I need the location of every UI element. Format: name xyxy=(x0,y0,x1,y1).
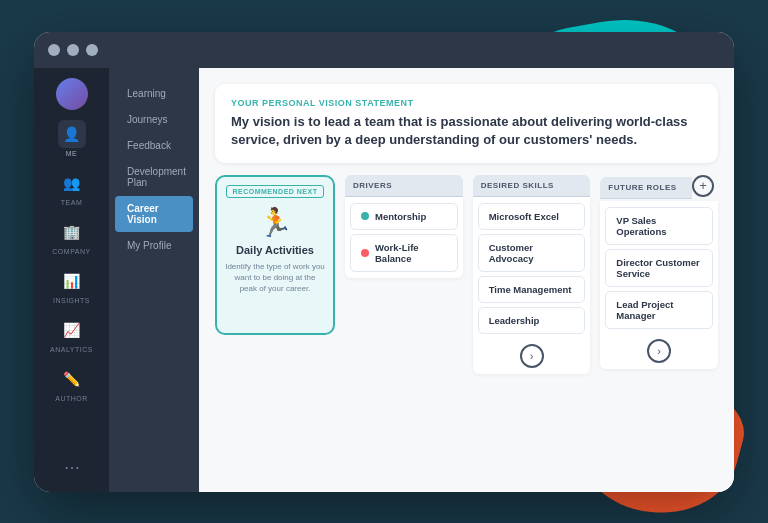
nav-item-development-plan[interactable]: Development Plan xyxy=(115,159,193,195)
role-item-lead-project-manager[interactable]: Lead Project Manager xyxy=(605,291,713,329)
skill-item-leadership[interactable]: Leadership xyxy=(478,307,586,334)
desired-skills-items: Microsoft Excel Customer Advocacy Time M… xyxy=(473,197,591,374)
nav-item-feedback[interactable]: Feedback xyxy=(115,133,193,158)
sidebar-icon-author[interactable]: ✏️ xyxy=(58,365,86,393)
driver-item-mentorship[interactable]: Mentorship xyxy=(350,203,458,230)
skill-item-excel[interactable]: Microsoft Excel xyxy=(478,203,586,230)
vision-label: Your personal vision statement xyxy=(231,98,702,108)
add-future-role-button[interactable]: + xyxy=(692,175,714,197)
desired-skills-arrow-button[interactable]: › xyxy=(520,344,544,368)
recommended-description: Identify the type of work you want to be… xyxy=(225,261,325,295)
data-columns: DRIVERS Mentorship Work-Life Balance xyxy=(345,175,718,374)
vision-card: Your personal vision statement My vision… xyxy=(215,84,718,163)
sidebar-icon-analytics[interactable]: 📈 xyxy=(58,316,86,344)
nav-panel: Learning Journeys Feedback Development P… xyxy=(109,68,199,492)
sidebar-label-author: AUTHOR xyxy=(55,395,88,402)
browser-dot-3 xyxy=(86,44,98,56)
skill-item-time-management[interactable]: Time Management xyxy=(478,276,586,303)
sidebar-team-group: 👥 TEAM xyxy=(34,169,109,206)
skill-item-customer-advocacy[interactable]: Customer Advocacy xyxy=(478,234,586,272)
vision-text: My vision is to lead a team that is pass… xyxy=(231,113,702,149)
nav-item-career-vision[interactable]: Career Vision xyxy=(115,196,193,232)
nav-item-journeys[interactable]: Journeys xyxy=(115,107,193,132)
future-roles-header-row: FUTURE ROLES + xyxy=(600,175,718,201)
sidebar-analytics-group: 📈 ANALYTICS xyxy=(34,316,109,353)
sidebar: 👤 ME 👥 TEAM 🏢 COMPANY 📊 INSIGHTS 📈 ANALY… xyxy=(34,68,109,492)
drivers-header: DRIVERS xyxy=(345,175,463,197)
browser-dot-2 xyxy=(67,44,79,56)
sidebar-me-group: 👤 ME xyxy=(34,120,109,157)
browser-body: 👤 ME 👥 TEAM 🏢 COMPANY 📊 INSIGHTS 📈 ANALY… xyxy=(34,68,734,492)
sidebar-label-insights: INSIGHTS xyxy=(53,297,90,304)
driver-dot-green xyxy=(361,212,369,220)
driver-dot-red xyxy=(361,249,369,257)
sidebar-company-group: 🏢 COMPANY xyxy=(34,218,109,255)
sidebar-icon-dots[interactable]: ⋯ xyxy=(58,454,86,482)
browser-window: 👤 ME 👥 TEAM 🏢 COMPANY 📊 INSIGHTS 📈 ANALY… xyxy=(34,32,734,492)
future-roles-header: FUTURE ROLES xyxy=(600,177,692,199)
sidebar-icon-me[interactable]: 👤 xyxy=(58,120,86,148)
avatar[interactable] xyxy=(56,78,88,110)
sidebar-label-me: ME xyxy=(66,150,78,157)
desired-skills-column: DESIRED SKILLS Microsoft Excel Customer … xyxy=(473,175,591,374)
desired-skills-header: DESIRED SKILLS xyxy=(473,175,591,197)
recommended-icon: 🏃 xyxy=(258,206,293,239)
future-roles-arrow-button[interactable]: › xyxy=(647,339,671,363)
recommended-card[interactable]: RECOMMENDED NEXT 🏃 Daily Activities Iden… xyxy=(215,175,335,335)
sidebar-icon-team[interactable]: 👥 xyxy=(58,169,86,197)
future-roles-items: VP Sales Operations Director Customer Se… xyxy=(600,201,718,369)
role-item-vp-sales[interactable]: VP Sales Operations xyxy=(605,207,713,245)
sidebar-author-group: ✏️ AUTHOR xyxy=(34,365,109,402)
nav-item-my-profile[interactable]: My Profile xyxy=(115,233,193,258)
sidebar-insights-group: 📊 INSIGHTS xyxy=(34,267,109,304)
future-roles-column: FUTURE ROLES + VP Sales Operations Direc… xyxy=(600,175,718,374)
role-item-director-customer-service[interactable]: Director Customer Service xyxy=(605,249,713,287)
sidebar-icon-company[interactable]: 🏢 xyxy=(58,218,86,246)
sidebar-label-company: COMPANY xyxy=(52,248,90,255)
drivers-items: Mentorship Work-Life Balance xyxy=(345,197,463,278)
browser-dot-1 xyxy=(48,44,60,56)
recommended-title: Daily Activities xyxy=(236,244,314,256)
nav-item-learning[interactable]: Learning xyxy=(115,81,193,106)
sidebar-label-team: TEAM xyxy=(61,199,82,206)
main-content: Your personal vision statement My vision… xyxy=(199,68,734,492)
sidebar-icon-insights[interactable]: 📊 xyxy=(58,267,86,295)
browser-titlebar xyxy=(34,32,734,68)
drivers-column: DRIVERS Mentorship Work-Life Balance xyxy=(345,175,463,374)
recommended-label: RECOMMENDED NEXT xyxy=(226,185,323,198)
cards-row: RECOMMENDED NEXT 🏃 Daily Activities Iden… xyxy=(215,175,718,374)
sidebar-label-analytics: ANALYTICS xyxy=(50,346,93,353)
driver-item-work-life-balance[interactable]: Work-Life Balance xyxy=(350,234,458,272)
